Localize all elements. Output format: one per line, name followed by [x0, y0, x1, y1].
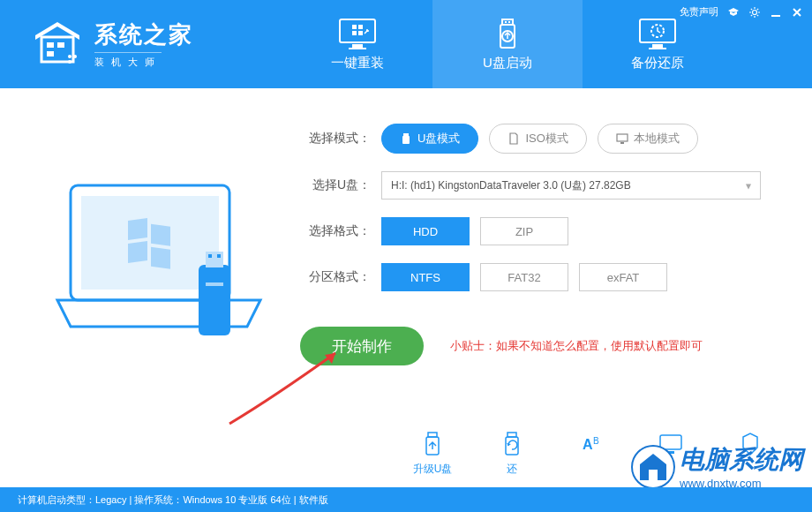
- usb-label: 选择U盘：: [300, 177, 371, 193]
- start-button[interactable]: 开始制作: [300, 327, 424, 365]
- svg-rect-17: [508, 21, 510, 23]
- monitor-icon: [616, 132, 628, 145]
- minimize-icon[interactable]: [770, 6, 782, 19]
- usb-boot-icon: [488, 18, 527, 49]
- watermark-text: 电脑系统网: [680, 443, 803, 477]
- usb-select-dropdown[interactable]: H:I: (hd1) KingstonDataTraveler 3.0 (U盘)…: [381, 171, 761, 200]
- svg-text:B: B: [593, 436, 599, 446]
- svg-rect-2: [47, 42, 54, 48]
- partition-ntfs-button[interactable]: NTFS: [381, 263, 470, 291]
- tool-upgrade-label: 升级U盘: [413, 462, 453, 477]
- svg-rect-52: [649, 470, 658, 480]
- svg-rect-38: [402, 136, 410, 144]
- logo: 系统之家 装机大师: [0, 18, 265, 71]
- mode-usb-button[interactable]: U盘模式: [381, 124, 478, 154]
- graduation-icon[interactable]: [727, 6, 740, 19]
- tool-restore[interactable]: 还: [485, 430, 538, 477]
- svg-rect-35: [217, 254, 221, 258]
- svg-point-6: [73, 55, 77, 58]
- svg-rect-13: [352, 31, 357, 35]
- svg-rect-36: [206, 282, 223, 286]
- svg-rect-1: [41, 37, 73, 62]
- tab-usb-boot[interactable]: U盘启动: [432, 0, 583, 88]
- disclaimer-link[interactable]: 免责声明: [680, 5, 718, 19]
- svg-rect-34: [208, 254, 212, 258]
- mode-local-button[interactable]: 本地模式: [598, 124, 698, 154]
- logo-subtitle: 装机大师: [94, 52, 162, 69]
- svg-rect-30: [128, 241, 147, 263]
- svg-rect-39: [617, 134, 628, 141]
- format-hdd-button[interactable]: HDD: [381, 217, 470, 245]
- statusbar-text: 计算机启动类型：Legacy | 操作系统：Windows 10 专业版 64位…: [18, 493, 328, 507]
- svg-rect-27: [81, 196, 219, 290]
- font-icon: AB: [577, 430, 605, 458]
- monitor-backup-icon: [638, 18, 677, 49]
- logo-icon: [31, 18, 84, 71]
- svg-rect-16: [505, 21, 507, 23]
- usb-icon: [400, 132, 412, 145]
- monitor-install-icon: [338, 18, 377, 49]
- svg-point-7: [68, 60, 71, 64]
- logo-title: 系统之家: [94, 19, 193, 50]
- statusbar: 计算机启动类型：Legacy | 操作系统：Windows 10 专业版 64位…: [0, 487, 812, 512]
- restore-icon: [498, 430, 526, 458]
- tab-usb-boot-label: U盘启动: [483, 55, 532, 72]
- svg-rect-33: [206, 252, 223, 267]
- tab-reinstall[interactable]: 一键重装: [282, 0, 432, 88]
- watermark: 电脑系统网 www.dnxtw.com: [631, 443, 803, 490]
- nav-tabs: 一键重装 U盘启动 备份还原: [282, 0, 733, 88]
- mode-label: 选择模式：: [300, 131, 371, 147]
- svg-rect-37: [403, 133, 409, 136]
- svg-rect-22: [649, 48, 666, 49]
- svg-rect-31: [151, 247, 170, 269]
- svg-rect-29: [151, 224, 170, 246]
- tip-text: 小贴士：如果不知道怎么配置，使用默认配置即可: [450, 338, 703, 354]
- format-label: 选择格式：: [300, 223, 371, 239]
- svg-rect-14: [358, 31, 363, 35]
- close-icon[interactable]: [791, 6, 803, 19]
- settings-icon[interactable]: [748, 6, 761, 19]
- usb-upgrade-icon: [418, 430, 447, 458]
- svg-rect-32: [199, 265, 230, 335]
- svg-rect-45: [506, 437, 518, 455]
- svg-rect-10: [349, 48, 366, 49]
- svg-rect-11: [352, 25, 357, 29]
- usb-select-value: H:I: (hd1) KingstonDataTraveler 3.0 (U盘)…: [391, 178, 631, 193]
- mode-iso-button[interactable]: ISO模式: [489, 124, 586, 154]
- svg-rect-28: [128, 218, 147, 240]
- partition-fat32-button[interactable]: FAT32: [480, 263, 568, 291]
- content: 选择模式： U盘模式 ISO模式 本地模式 选择U盘： H:I: (hd1) K…: [0, 88, 812, 380]
- svg-rect-9: [352, 44, 363, 48]
- svg-point-24: [753, 10, 757, 14]
- svg-rect-21: [652, 44, 663, 48]
- laptop-usb-illustration: [44, 150, 274, 380]
- svg-rect-4: [47, 51, 54, 56]
- header: 系统之家 装机大师 一键重装 U盘启动 备份还原 免责声明: [0, 0, 812, 88]
- tab-reinstall-label: 一键重装: [331, 55, 384, 72]
- partition-exfat-button[interactable]: exFAT: [579, 263, 667, 291]
- watermark-house-icon: [631, 445, 675, 489]
- partition-label: 分区格式：: [300, 269, 371, 285]
- svg-rect-40: [620, 142, 624, 144]
- config-panel: 选择模式： U盘模式 ISO模式 本地模式 选择U盘： H:I: (hd1) K…: [300, 124, 768, 380]
- tool-upgrade-usb[interactable]: 升级U盘: [406, 430, 459, 477]
- svg-text:A: A: [583, 437, 593, 452]
- tab-backup-label: 备份还原: [631, 55, 684, 72]
- svg-rect-12: [358, 25, 363, 29]
- svg-rect-3: [57, 42, 64, 48]
- format-zip-button[interactable]: ZIP: [480, 217, 568, 245]
- file-icon: [508, 132, 520, 145]
- svg-point-5: [68, 55, 71, 58]
- tool-restore-label: 还: [507, 462, 517, 477]
- titlebar: 免责声明: [680, 5, 803, 19]
- tool-font[interactable]: AB: [565, 430, 618, 477]
- svg-rect-8: [340, 19, 375, 42]
